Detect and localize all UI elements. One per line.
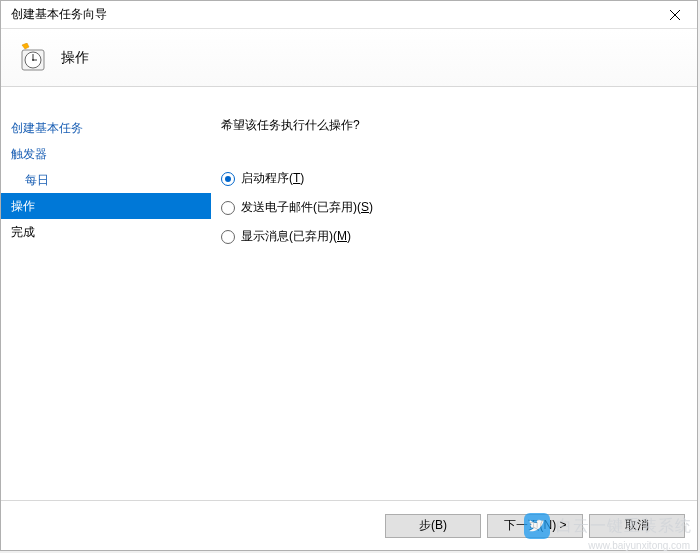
button-label: 步(B) xyxy=(419,517,447,534)
button-label: 取消 xyxy=(625,517,649,534)
radio-label: 启动程序(T) xyxy=(241,170,304,187)
page-title: 操作 xyxy=(61,49,89,67)
scheduler-icon xyxy=(17,43,47,73)
back-button[interactable]: 步(B) xyxy=(385,514,481,538)
close-icon xyxy=(670,10,680,20)
sidebar-item-action[interactable]: 操作 xyxy=(1,193,211,219)
sidebar-item-label: 创建基本任务 xyxy=(11,121,83,135)
button-label: 下一页(N) > xyxy=(504,517,567,534)
cancel-button[interactable]: 取消 xyxy=(589,514,685,538)
radio-display-message[interactable]: 显示消息(已弃用)(M) xyxy=(221,228,697,245)
sidebar-item-label: 每日 xyxy=(25,173,49,187)
header-section: 操作 xyxy=(1,29,697,87)
wizard-sidebar: 创建基本任务 触发器 每日 操作 完成 xyxy=(1,87,211,500)
content-area: 希望该任务执行什么操作? 启动程序(T) 发送电子邮件(已弃用)(S) 显示消息… xyxy=(211,87,697,500)
radio-label: 显示消息(已弃用)(M) xyxy=(241,228,351,245)
action-prompt: 希望该任务执行什么操作? xyxy=(221,117,697,134)
sidebar-item-finish[interactable]: 完成 xyxy=(1,219,211,245)
svg-point-6 xyxy=(32,59,34,61)
radio-dot-icon xyxy=(225,176,231,182)
titlebar: 创建基本任务向导 xyxy=(1,1,697,29)
radio-send-email[interactable]: 发送电子邮件(已弃用)(S) xyxy=(221,199,697,216)
radio-start-program[interactable]: 启动程序(T) xyxy=(221,170,697,187)
window-title: 创建基本任务向导 xyxy=(11,6,107,23)
radio-icon xyxy=(221,201,235,215)
radio-label: 发送电子邮件(已弃用)(S) xyxy=(241,199,373,216)
next-button[interactable]: 下一页(N) > xyxy=(487,514,583,538)
action-radio-group: 启动程序(T) 发送电子邮件(已弃用)(S) 显示消息(已弃用)(M) xyxy=(221,170,697,245)
sidebar-item-trigger[interactable]: 触发器 xyxy=(1,141,211,167)
radio-icon xyxy=(221,230,235,244)
sidebar-item-create-task[interactable]: 创建基本任务 xyxy=(1,115,211,141)
close-button[interactable] xyxy=(661,4,689,26)
sidebar-item-label: 操作 xyxy=(11,199,35,213)
footer: 步(B) 下一页(N) > 取消 xyxy=(1,500,697,550)
sidebar-item-daily[interactable]: 每日 xyxy=(1,167,211,193)
radio-icon xyxy=(221,172,235,186)
sidebar-item-label: 完成 xyxy=(11,225,35,239)
body-area: 创建基本任务 触发器 每日 操作 完成 希望该任务执行什么操作? xyxy=(1,87,697,500)
wizard-window: 创建基本任务向导 操作 创建基本任务 触 xyxy=(0,0,698,551)
sidebar-item-label: 触发器 xyxy=(11,147,47,161)
